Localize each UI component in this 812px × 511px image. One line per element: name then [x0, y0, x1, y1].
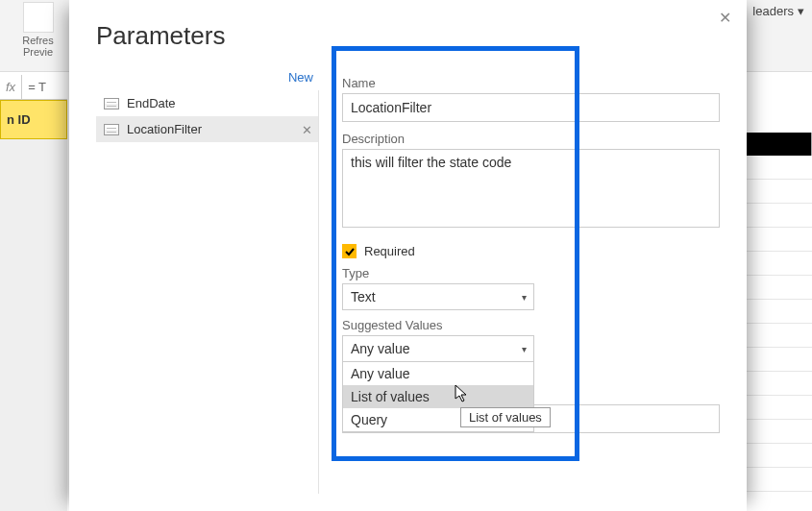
checkmark-icon [344, 246, 356, 257]
parameter-item-enddate[interactable]: EndDate [96, 90, 318, 116]
required-checkbox[interactable] [342, 244, 357, 258]
suggested-values-option[interactable]: Query [343, 408, 533, 431]
parameters-list-panel: New EndDate LocationFilter ✕ [96, 68, 319, 494]
type-select[interactable]: Text [342, 283, 534, 310]
refresh-label: Refres [12, 35, 64, 46]
grid-column-header[interactable]: n ID [0, 100, 67, 139]
table-row[interactable] [745, 348, 812, 372]
table-row[interactable] [745, 372, 812, 396]
parameter-item-label: EndDate [127, 96, 176, 110]
formula-bar: fx = T [0, 75, 67, 100]
parameters-dialog: ✕ Parameters New EndDate LocationFilter … [69, 0, 747, 511]
refresh-preview-button[interactable]: Refres Previe [12, 2, 64, 58]
table-row[interactable] [745, 420, 812, 444]
table-row[interactable] [745, 396, 812, 420]
table-row[interactable] [745, 300, 812, 324]
type-label: Type [342, 266, 720, 280]
dialog-title: Parameters [96, 21, 720, 51]
table-row[interactable] [745, 156, 812, 180]
description-input[interactable] [342, 149, 720, 228]
parameter-item-label: LocationFilter [127, 122, 202, 136]
page-refresh-icon [23, 2, 54, 33]
suggested-values-select[interactable]: Any value [342, 335, 534, 362]
table-row[interactable] [745, 324, 812, 348]
suggested-values-dropdown: Any value List of values Query [342, 361, 534, 432]
grid-left-background [0, 100, 67, 511]
table-row[interactable] [745, 180, 812, 204]
grid-cells-right [745, 156, 812, 511]
close-icon: ✕ [719, 10, 731, 26]
required-label: Required [364, 244, 415, 258]
parameters-list: EndDate LocationFilter ✕ [96, 90, 319, 494]
table-row[interactable] [745, 252, 812, 276]
chevron-down-icon: ▾ [798, 4, 804, 18]
table-row[interactable] [745, 276, 812, 300]
name-label: Name [342, 76, 720, 90]
table-row[interactable] [745, 444, 812, 468]
headers-dropdown[interactable]: leaders▾ [750, 0, 806, 22]
fx-cell[interactable]: = T [22, 80, 52, 94]
parameter-form: Name Description Required Type Text ▾ [342, 68, 720, 433]
headers-label: leaders [752, 4, 794, 18]
close-button[interactable]: ✕ [714, 8, 735, 29]
grid-header-right [745, 133, 812, 156]
suggested-values-option[interactable]: Any value [343, 362, 533, 385]
parameter-icon [104, 98, 119, 110]
table-row[interactable] [745, 468, 812, 492]
table-row[interactable] [745, 228, 812, 252]
grid-header-row: n ID [0, 100, 67, 142]
suggested-values-label: Suggested Values [342, 318, 720, 332]
new-parameter-link[interactable]: New [288, 70, 313, 85]
preview-label: Previe [12, 46, 64, 58]
description-label: Description [342, 132, 720, 146]
parameter-icon [104, 124, 119, 135]
delete-parameter-icon[interactable]: ✕ [302, 122, 312, 136]
table-row[interactable] [745, 204, 812, 228]
parameter-item-locationfilter[interactable]: LocationFilter ✕ [96, 116, 318, 142]
fx-label: fx [0, 75, 22, 99]
name-input[interactable] [342, 93, 720, 122]
suggested-values-option[interactable]: List of values [343, 385, 533, 408]
